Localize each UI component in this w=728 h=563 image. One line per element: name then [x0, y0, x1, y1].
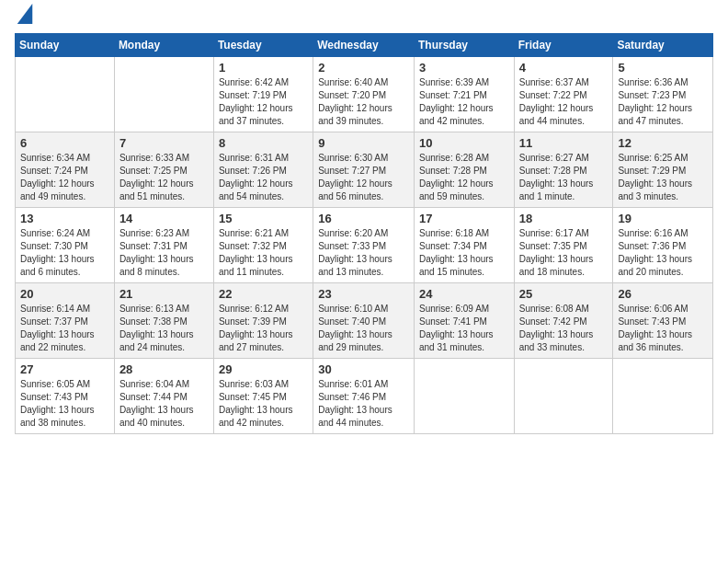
weekday-header-saturday: Saturday	[613, 34, 713, 57]
day-detail: Sunrise: 6:37 AMSunset: 7:22 PMDaylight:…	[519, 76, 609, 128]
calendar-cell	[613, 359, 713, 434]
week-row-4: 20Sunrise: 6:14 AMSunset: 7:37 PMDayligh…	[16, 283, 713, 359]
day-number: 27	[20, 362, 109, 376]
day-number: 5	[618, 61, 708, 75]
day-detail: Sunrise: 6:28 AMSunset: 7:28 PMDaylight:…	[419, 152, 509, 203]
day-number: 8	[219, 136, 308, 150]
calendar-cell: 6Sunrise: 6:34 AMSunset: 7:24 PMDaylight…	[16, 132, 115, 208]
calendar-cell: 20Sunrise: 6:14 AMSunset: 7:37 PMDayligh…	[16, 283, 115, 359]
day-number: 25	[519, 287, 609, 301]
day-detail: Sunrise: 6:40 AMSunset: 7:20 PMDaylight:…	[318, 76, 409, 128]
day-number: 13	[20, 212, 109, 225]
weekday-header-row: SundayMondayTuesdayWednesdayThursdayFrid…	[16, 34, 713, 57]
calendar-cell: 19Sunrise: 6:16 AMSunset: 7:36 PMDayligh…	[613, 208, 713, 283]
day-number: 2	[318, 61, 409, 75]
calendar-cell: 26Sunrise: 6:06 AMSunset: 7:43 PMDayligh…	[613, 283, 713, 359]
day-detail: Sunrise: 6:09 AMSunset: 7:41 PMDaylight:…	[419, 303, 509, 354]
day-detail: Sunrise: 6:12 AMSunset: 7:39 PMDaylight:…	[219, 303, 308, 354]
header	[15, 11, 713, 24]
day-number: 19	[618, 212, 708, 225]
calendar-cell: 15Sunrise: 6:21 AMSunset: 7:32 PMDayligh…	[213, 208, 313, 283]
week-row-1: 1Sunrise: 6:42 AMSunset: 7:19 PMDaylight…	[16, 57, 713, 132]
calendar-cell: 2Sunrise: 6:40 AMSunset: 7:20 PMDaylight…	[313, 57, 415, 132]
day-number: 22	[219, 287, 308, 301]
calendar-cell: 27Sunrise: 6:05 AMSunset: 7:43 PMDayligh…	[16, 359, 115, 434]
day-number: 14	[119, 212, 209, 225]
calendar-cell	[114, 57, 213, 132]
calendar-cell: 9Sunrise: 6:30 AMSunset: 7:27 PMDaylight…	[313, 132, 415, 208]
day-detail: Sunrise: 6:04 AMSunset: 7:44 PMDaylight:…	[119, 378, 209, 430]
day-detail: Sunrise: 6:16 AMSunset: 7:36 PMDaylight:…	[618, 227, 708, 279]
week-row-2: 6Sunrise: 6:34 AMSunset: 7:24 PMDaylight…	[16, 132, 713, 208]
day-detail: Sunrise: 6:18 AMSunset: 7:34 PMDaylight:…	[419, 227, 509, 279]
day-detail: Sunrise: 6:23 AMSunset: 7:31 PMDaylight:…	[119, 227, 209, 279]
day-number: 1	[219, 61, 308, 75]
day-detail: Sunrise: 6:31 AMSunset: 7:26 PMDaylight:…	[219, 152, 308, 203]
day-detail: Sunrise: 6:42 AMSunset: 7:19 PMDaylight:…	[219, 76, 308, 128]
day-detail: Sunrise: 6:10 AMSunset: 7:40 PMDaylight:…	[318, 303, 409, 354]
day-number: 24	[419, 287, 509, 301]
day-detail: Sunrise: 6:05 AMSunset: 7:43 PMDaylight:…	[20, 378, 109, 430]
day-detail: Sunrise: 6:03 AMSunset: 7:45 PMDaylight:…	[219, 378, 308, 430]
calendar-cell: 1Sunrise: 6:42 AMSunset: 7:19 PMDaylight…	[213, 57, 313, 132]
day-detail: Sunrise: 6:36 AMSunset: 7:23 PMDaylight:…	[618, 76, 708, 128]
day-number: 28	[119, 362, 209, 376]
calendar-cell: 29Sunrise: 6:03 AMSunset: 7:45 PMDayligh…	[213, 359, 313, 434]
day-detail: Sunrise: 6:21 AMSunset: 7:32 PMDaylight:…	[219, 227, 308, 279]
calendar-cell: 10Sunrise: 6:28 AMSunset: 7:28 PMDayligh…	[414, 132, 514, 208]
calendar-cell: 5Sunrise: 6:36 AMSunset: 7:23 PMDaylight…	[613, 57, 713, 132]
calendar-cell: 18Sunrise: 6:17 AMSunset: 7:35 PMDayligh…	[514, 208, 613, 283]
day-number: 12	[618, 136, 708, 150]
day-number: 26	[618, 287, 708, 301]
weekday-header-friday: Friday	[514, 34, 613, 57]
day-detail: Sunrise: 6:33 AMSunset: 7:25 PMDaylight:…	[119, 152, 209, 203]
day-number: 3	[419, 61, 509, 75]
day-detail: Sunrise: 6:13 AMSunset: 7:38 PMDaylight:…	[119, 303, 209, 354]
weekday-header-wednesday: Wednesday	[313, 34, 415, 57]
svg-marker-0	[17, 4, 33, 24]
calendar-table: SundayMondayTuesdayWednesdayThursdayFrid…	[15, 33, 713, 434]
calendar-cell: 7Sunrise: 6:33 AMSunset: 7:25 PMDaylight…	[114, 132, 213, 208]
calendar-cell: 17Sunrise: 6:18 AMSunset: 7:34 PMDayligh…	[414, 208, 514, 283]
calendar-cell: 11Sunrise: 6:27 AMSunset: 7:28 PMDayligh…	[514, 132, 613, 208]
day-number: 15	[219, 212, 308, 225]
day-number: 6	[20, 136, 109, 150]
day-number: 20	[20, 287, 109, 301]
day-number: 10	[419, 136, 509, 150]
day-detail: Sunrise: 6:39 AMSunset: 7:21 PMDaylight:…	[419, 76, 509, 128]
week-row-5: 27Sunrise: 6:05 AMSunset: 7:43 PMDayligh…	[16, 359, 713, 434]
day-detail: Sunrise: 6:25 AMSunset: 7:29 PMDaylight:…	[618, 152, 708, 203]
weekday-header-thursday: Thursday	[414, 34, 514, 57]
weekday-header-monday: Monday	[114, 34, 213, 57]
page: SundayMondayTuesdayWednesdayThursdayFrid…	[0, 0, 728, 563]
day-number: 17	[419, 212, 509, 225]
day-detail: Sunrise: 6:20 AMSunset: 7:33 PMDaylight:…	[318, 227, 409, 279]
calendar-cell	[514, 359, 613, 434]
week-row-3: 13Sunrise: 6:24 AMSunset: 7:30 PMDayligh…	[16, 208, 713, 283]
day-number: 4	[519, 61, 609, 75]
day-detail: Sunrise: 6:14 AMSunset: 7:37 PMDaylight:…	[20, 303, 109, 354]
day-number: 29	[219, 362, 308, 376]
day-number: 30	[318, 362, 409, 376]
day-number: 11	[519, 136, 609, 150]
calendar-cell: 23Sunrise: 6:10 AMSunset: 7:40 PMDayligh…	[313, 283, 415, 359]
calendar-cell: 24Sunrise: 6:09 AMSunset: 7:41 PMDayligh…	[414, 283, 514, 359]
day-number: 21	[119, 287, 209, 301]
day-detail: Sunrise: 6:30 AMSunset: 7:27 PMDaylight:…	[318, 152, 409, 203]
logo	[15, 11, 33, 24]
day-detail: Sunrise: 6:17 AMSunset: 7:35 PMDaylight:…	[519, 227, 609, 279]
day-detail: Sunrise: 6:01 AMSunset: 7:46 PMDaylight:…	[318, 378, 409, 430]
day-number: 23	[318, 287, 409, 301]
calendar-cell	[414, 359, 514, 434]
day-number: 9	[318, 136, 409, 150]
day-detail: Sunrise: 6:34 AMSunset: 7:24 PMDaylight:…	[20, 152, 109, 203]
calendar-cell: 30Sunrise: 6:01 AMSunset: 7:46 PMDayligh…	[313, 359, 415, 434]
calendar-cell: 16Sunrise: 6:20 AMSunset: 7:33 PMDayligh…	[313, 208, 415, 283]
day-detail: Sunrise: 6:27 AMSunset: 7:28 PMDaylight:…	[519, 152, 609, 203]
calendar-cell: 22Sunrise: 6:12 AMSunset: 7:39 PMDayligh…	[213, 283, 313, 359]
calendar-cell: 4Sunrise: 6:37 AMSunset: 7:22 PMDaylight…	[514, 57, 613, 132]
calendar-cell: 25Sunrise: 6:08 AMSunset: 7:42 PMDayligh…	[514, 283, 613, 359]
calendar-cell: 12Sunrise: 6:25 AMSunset: 7:29 PMDayligh…	[613, 132, 713, 208]
calendar-cell: 14Sunrise: 6:23 AMSunset: 7:31 PMDayligh…	[114, 208, 213, 283]
day-number: 16	[318, 212, 409, 225]
